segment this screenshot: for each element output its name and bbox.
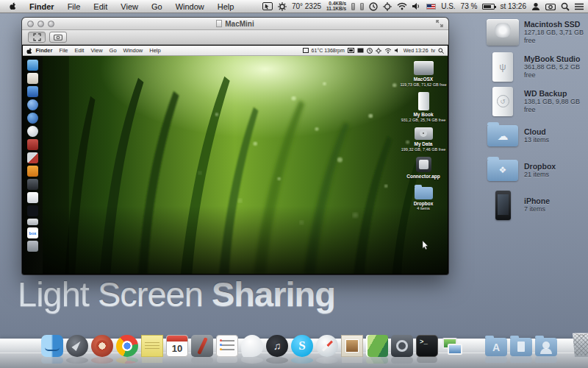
remote-dock-mail-icon[interactable] <box>27 73 38 84</box>
dock-reminders-icon[interactable] <box>216 335 238 357</box>
remote-spotlight-icon[interactable] <box>438 48 444 54</box>
menu-edit[interactable]: Edit <box>87 2 114 11</box>
minimize-button[interactable] <box>37 21 44 27</box>
dock-launchpad-icon[interactable] <box>66 335 88 357</box>
desktop-icon-dropbox[interactable]: ❖ Dropbox 21 items <box>485 155 588 186</box>
desktop-icon-mybook-studio[interactable]: ψ MyBook Studio 361,88 GB, 5,2 GB free <box>485 51 588 82</box>
remote-menu-view[interactable]: View <box>87 47 106 54</box>
menu-window[interactable]: Window <box>169 2 211 11</box>
locate-icon[interactable] <box>383 2 392 11</box>
menu-view[interactable]: View <box>114 2 145 11</box>
weather-status[interactable]: 70° 2325 <box>292 2 321 10</box>
remote-menu-edit[interactable]: Edit <box>71 47 87 54</box>
remote-dock-vlc-icon[interactable] <box>27 166 38 177</box>
desktop-icon-wd-backup[interactable]: ↺ WD Backup 138,1 GB, 9,88 GB free <box>485 85 588 117</box>
remote-dock-itunes-icon[interactable] <box>27 99 38 110</box>
desktop-icon-macintosh-ssd[interactable]: Macintosh SSD 127,18 GB, 3,71 GB free <box>485 16 588 48</box>
dock-itunes-icon[interactable]: ♫ <box>266 335 288 357</box>
network-speed-status[interactable]: 0.4KB/s 11.1KB/s <box>326 1 346 11</box>
proxy-document-icon[interactable] <box>216 20 222 27</box>
remote-monitor2-icon[interactable] <box>357 48 364 53</box>
remote-icon-dropbox[interactable]: Dropbox 4 items <box>400 185 447 211</box>
zoom-button[interactable] <box>48 21 54 27</box>
menu-go[interactable]: Go <box>145 2 169 11</box>
remote-time-machine-icon[interactable] <box>367 48 373 54</box>
remote-sensor-status[interactable]: 61°C 1368rpm <box>312 48 345 53</box>
menu-file[interactable]: File <box>61 2 87 11</box>
remote-dock-trash-icon[interactable] <box>27 241 38 252</box>
device-battery-icon-1[interactable] <box>351 3 355 10</box>
dock-preferences-icon[interactable] <box>391 335 413 357</box>
remote-dock-safari-icon[interactable] <box>27 126 38 137</box>
dock-iphoto-icon[interactable] <box>366 335 388 357</box>
remote-menu-go[interactable]: Go <box>106 47 120 54</box>
remote-dock-frontrow-icon[interactable] <box>27 139 38 150</box>
dock-safari-icon[interactable] <box>316 335 338 357</box>
remote-dock-ipod-icon[interactable] <box>27 192 38 203</box>
screen-sharing-cursor-icon[interactable] <box>262 2 273 10</box>
desktop-icon-iphone[interactable]: iPhone 7 items <box>485 189 588 221</box>
remote-dock-camera-icon[interactable] <box>27 179 38 190</box>
remote-dock-meter-icon[interactable] <box>27 219 38 225</box>
remote-icon-connector[interactable]: Connector.app <box>400 157 447 180</box>
remote-clock[interactable]: Wed 13:26 <box>404 48 429 53</box>
dock-trash-icon[interactable] <box>570 333 588 357</box>
dock-downloads-folder-icon[interactable] <box>535 338 557 356</box>
dock-terminal-icon[interactable]: >_ <box>416 335 438 357</box>
device-battery-icon-2[interactable] <box>360 3 364 10</box>
wifi-icon[interactable] <box>397 2 407 10</box>
remote-icon-mydata[interactable]: My Data 199,32 GB, 7,46 GB free <box>400 127 447 152</box>
volume-icon[interactable] <box>412 2 421 10</box>
dock-skype-icon[interactable]: S <box>291 335 313 357</box>
dock-utility-icon[interactable] <box>191 335 213 357</box>
input-source-flag-icon[interactable] <box>426 4 436 10</box>
menu-help[interactable]: Help <box>211 2 241 11</box>
apple-menu-icon[interactable] <box>4 1 23 11</box>
remote-icon-mybook[interactable]: My Book 931,2 GB, 25,74 GB free <box>400 92 447 122</box>
dock-documents-folder-icon[interactable] <box>510 338 532 356</box>
resize-icon[interactable] <box>436 20 443 27</box>
scale-mode-button[interactable] <box>28 32 46 43</box>
camera-menu-icon[interactable] <box>545 3 556 10</box>
dock-chrome-icon[interactable] <box>116 335 138 357</box>
notification-list-icon[interactable] <box>575 3 584 10</box>
fast-user-switch-icon[interactable] <box>531 2 540 11</box>
battery-percent[interactable]: 73 % <box>461 2 478 10</box>
dock-calendar-icon[interactable]: 10 <box>166 335 188 357</box>
dock-finder-icon[interactable] <box>41 335 63 357</box>
sync-menu-icon[interactable] <box>278 2 287 11</box>
remote-dock-photobooth-icon[interactable] <box>27 152 38 163</box>
remote-dock-ichat-icon[interactable] <box>27 86 38 97</box>
menu-finder[interactable]: Finder <box>23 2 61 11</box>
remote-user-label[interactable]: tv <box>431 48 435 53</box>
remote-volume-icon[interactable] <box>395 48 401 53</box>
dock-messages-icon[interactable] <box>241 335 263 357</box>
remote-menu-help[interactable]: Help <box>146 47 164 54</box>
input-source-label[interactable]: U.S. <box>441 2 455 10</box>
dock-screen-sharing-icon[interactable] <box>441 335 463 357</box>
remote-locate-icon[interactable] <box>376 48 381 54</box>
window-titlebar[interactable]: MacMini <box>22 18 448 30</box>
screenshot-button[interactable] <box>49 32 67 43</box>
remote-menu-window[interactable]: Window <box>120 47 146 54</box>
remote-dock-appstore-icon[interactable] <box>27 113 38 124</box>
dock-stickies-icon[interactable] <box>141 335 163 357</box>
remote-dock-box-icon[interactable]: box <box>27 227 38 238</box>
spotlight-icon[interactable] <box>561 2 570 11</box>
time-machine-icon[interactable] <box>369 2 378 11</box>
battery-icon[interactable] <box>482 4 495 10</box>
dock-caffeine-icon[interactable] <box>91 335 113 357</box>
remote-dock-finder-icon[interactable] <box>27 60 38 71</box>
remote-wifi-icon[interactable] <box>384 48 392 54</box>
remote-display-icon[interactable] <box>303 48 309 53</box>
remote-menu-file[interactable]: File <box>56 47 71 54</box>
dock-mail-icon[interactable] <box>341 335 363 357</box>
remote-dock-activity-icon[interactable] <box>27 205 38 216</box>
remote-apple-menu-icon[interactable] <box>26 47 32 54</box>
remote-monitor-icon[interactable] <box>348 48 354 53</box>
desktop-icon-cloud[interactable]: ☁ Cloud 13 items <box>485 120 588 152</box>
menubar-clock[interactable]: st 13:26 <box>500 2 526 10</box>
close-button[interactable] <box>27 21 34 27</box>
remote-icon-macosx[interactable]: MacOSX 119,73 GB, 71,62 GB free <box>400 61 447 87</box>
remote-screen[interactable]: Finder File Edit View Go Window Help 61°… <box>23 46 448 274</box>
